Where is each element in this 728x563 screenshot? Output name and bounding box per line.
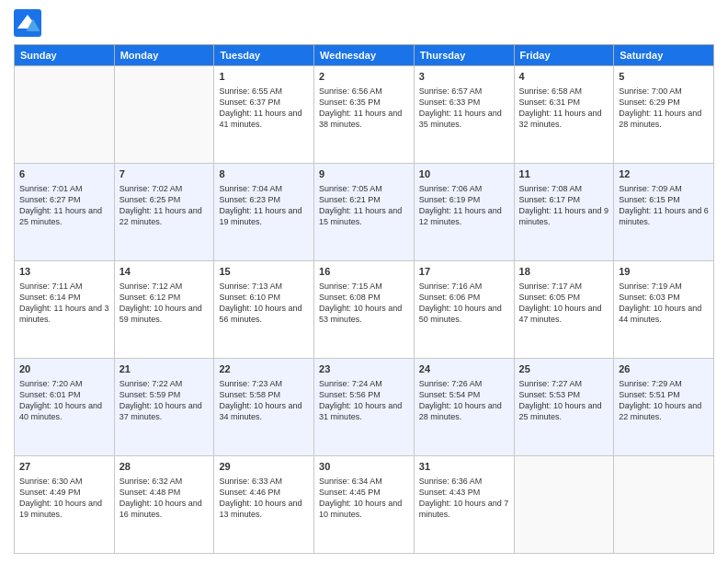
calendar-day-cell <box>114 66 214 164</box>
day-number: 31 <box>419 460 509 474</box>
calendar-day-cell: 11Sunrise: 7:08 AMSunset: 6:17 PMDayligh… <box>514 164 614 261</box>
calendar-day-cell: 12Sunrise: 7:09 AMSunset: 6:15 PMDayligh… <box>614 164 714 261</box>
day-number: 27 <box>19 460 109 474</box>
calendar-week-row: 20Sunrise: 7:20 AMSunset: 6:01 PMDayligh… <box>15 359 714 456</box>
calendar-day-cell: 25Sunrise: 7:27 AMSunset: 5:53 PMDayligh… <box>514 359 614 456</box>
calendar-week-row: 13Sunrise: 7:11 AMSunset: 6:14 PMDayligh… <box>15 261 714 359</box>
calendar-day-cell: 22Sunrise: 7:23 AMSunset: 5:58 PMDayligh… <box>214 359 314 456</box>
calendar-table: SundayMondayTuesdayWednesdayThursdayFrid… <box>14 44 714 554</box>
day-number: 12 <box>619 167 709 181</box>
weekday-header: Wednesday <box>314 45 415 66</box>
calendar-day-cell: 29Sunrise: 6:33 AMSunset: 4:46 PMDayligh… <box>214 456 314 554</box>
day-info: Sunrise: 7:04 AMSunset: 6:23 PMDaylight:… <box>219 183 309 228</box>
calendar-day-cell: 26Sunrise: 7:29 AMSunset: 5:51 PMDayligh… <box>614 359 714 456</box>
day-info: Sunrise: 7:12 AMSunset: 6:12 PMDaylight:… <box>119 281 210 326</box>
day-info: Sunrise: 6:56 AMSunset: 6:35 PMDaylight:… <box>319 86 409 131</box>
day-info: Sunrise: 6:30 AMSunset: 4:49 PMDaylight:… <box>19 476 109 521</box>
calendar-day-cell: 6Sunrise: 7:01 AMSunset: 6:27 PMDaylight… <box>15 164 115 261</box>
day-info: Sunrise: 7:08 AMSunset: 6:17 PMDaylight:… <box>519 183 609 228</box>
calendar-day-cell: 16Sunrise: 7:15 AMSunset: 6:08 PMDayligh… <box>314 261 415 359</box>
day-info: Sunrise: 6:36 AMSunset: 4:43 PMDaylight:… <box>419 476 509 521</box>
day-number: 16 <box>319 265 409 279</box>
day-info: Sunrise: 7:09 AMSunset: 6:15 PMDaylight:… <box>619 183 709 228</box>
day-number: 5 <box>619 70 709 84</box>
day-number: 24 <box>419 362 509 376</box>
day-info: Sunrise: 7:16 AMSunset: 6:06 PMDaylight:… <box>419 281 509 326</box>
logo-icon <box>14 9 41 37</box>
day-info: Sunrise: 7:26 AMSunset: 5:54 PMDaylight:… <box>419 378 509 423</box>
calendar-day-cell: 20Sunrise: 7:20 AMSunset: 6:01 PMDayligh… <box>15 359 115 456</box>
day-number: 28 <box>119 460 210 474</box>
day-info: Sunrise: 7:06 AMSunset: 6:19 PMDaylight:… <box>419 183 509 228</box>
calendar-day-cell: 8Sunrise: 7:04 AMSunset: 6:23 PMDaylight… <box>214 164 314 261</box>
calendar-day-cell: 7Sunrise: 7:02 AMSunset: 6:25 PMDaylight… <box>114 164 214 261</box>
day-number: 15 <box>219 265 309 279</box>
day-info: Sunrise: 7:05 AMSunset: 6:21 PMDaylight:… <box>319 183 409 228</box>
day-number: 8 <box>219 167 309 181</box>
calendar-day-cell: 13Sunrise: 7:11 AMSunset: 6:14 PMDayligh… <box>15 261 115 359</box>
weekday-header: Sunday <box>15 45 115 66</box>
weekday-header: Monday <box>114 45 214 66</box>
day-info: Sunrise: 6:34 AMSunset: 4:45 PMDaylight:… <box>319 476 409 521</box>
day-number: 30 <box>319 460 409 474</box>
day-info: Sunrise: 6:33 AMSunset: 4:46 PMDaylight:… <box>219 476 309 521</box>
weekday-header: Friday <box>514 45 614 66</box>
day-info: Sunrise: 7:02 AMSunset: 6:25 PMDaylight:… <box>119 183 210 228</box>
calendar-day-cell: 31Sunrise: 6:36 AMSunset: 4:43 PMDayligh… <box>414 456 514 554</box>
day-number: 25 <box>519 362 609 376</box>
day-info: Sunrise: 7:27 AMSunset: 5:53 PMDaylight:… <box>519 378 609 423</box>
calendar-day-cell: 27Sunrise: 6:30 AMSunset: 4:49 PMDayligh… <box>15 456 115 554</box>
calendar-day-cell <box>514 456 614 554</box>
day-number: 3 <box>419 70 509 84</box>
calendar-day-cell: 28Sunrise: 6:32 AMSunset: 4:48 PMDayligh… <box>114 456 214 554</box>
day-info: Sunrise: 7:24 AMSunset: 5:56 PMDaylight:… <box>319 378 409 423</box>
calendar-day-cell <box>614 456 714 554</box>
day-number: 10 <box>419 167 509 181</box>
day-number: 1 <box>219 70 309 84</box>
calendar-day-cell: 23Sunrise: 7:24 AMSunset: 5:56 PMDayligh… <box>314 359 415 456</box>
day-info: Sunrise: 7:00 AMSunset: 6:29 PMDaylight:… <box>619 86 709 131</box>
day-info: Sunrise: 7:13 AMSunset: 6:10 PMDaylight:… <box>219 281 309 326</box>
calendar-day-cell: 24Sunrise: 7:26 AMSunset: 5:54 PMDayligh… <box>414 359 514 456</box>
day-info: Sunrise: 7:20 AMSunset: 6:01 PMDaylight:… <box>19 378 109 423</box>
calendar-day-cell: 15Sunrise: 7:13 AMSunset: 6:10 PMDayligh… <box>214 261 314 359</box>
calendar-day-cell: 10Sunrise: 7:06 AMSunset: 6:19 PMDayligh… <box>414 164 514 261</box>
calendar-day-cell: 5Sunrise: 7:00 AMSunset: 6:29 PMDaylight… <box>614 66 714 164</box>
day-info: Sunrise: 6:55 AMSunset: 6:37 PMDaylight:… <box>219 86 309 131</box>
header <box>14 9 714 37</box>
day-number: 13 <box>19 265 109 279</box>
calendar-header-row: SundayMondayTuesdayWednesdayThursdayFrid… <box>15 45 714 66</box>
day-number: 7 <box>119 167 210 181</box>
day-number: 2 <box>319 70 409 84</box>
day-info: Sunrise: 7:22 AMSunset: 5:59 PMDaylight:… <box>119 378 210 423</box>
day-info: Sunrise: 6:58 AMSunset: 6:31 PMDaylight:… <box>519 86 609 131</box>
logo <box>14 9 45 37</box>
day-number: 6 <box>19 167 109 181</box>
day-info: Sunrise: 7:01 AMSunset: 6:27 PMDaylight:… <box>19 183 109 228</box>
calendar-day-cell: 30Sunrise: 6:34 AMSunset: 4:45 PMDayligh… <box>314 456 415 554</box>
calendar-day-cell: 18Sunrise: 7:17 AMSunset: 6:05 PMDayligh… <box>514 261 614 359</box>
day-number: 22 <box>219 362 309 376</box>
calendar-day-cell: 14Sunrise: 7:12 AMSunset: 6:12 PMDayligh… <box>114 261 214 359</box>
weekday-header: Tuesday <box>214 45 314 66</box>
day-info: Sunrise: 7:29 AMSunset: 5:51 PMDaylight:… <box>619 378 709 423</box>
day-number: 4 <box>519 70 609 84</box>
day-info: Sunrise: 7:15 AMSunset: 6:08 PMDaylight:… <box>319 281 409 326</box>
day-info: Sunrise: 6:57 AMSunset: 6:33 PMDaylight:… <box>419 86 509 131</box>
day-number: 21 <box>119 362 210 376</box>
calendar-day-cell: 3Sunrise: 6:57 AMSunset: 6:33 PMDaylight… <box>414 66 514 164</box>
day-number: 19 <box>619 265 709 279</box>
calendar-day-cell: 2Sunrise: 6:56 AMSunset: 6:35 PMDaylight… <box>314 66 415 164</box>
day-info: Sunrise: 7:23 AMSunset: 5:58 PMDaylight:… <box>219 378 309 423</box>
day-number: 17 <box>419 265 509 279</box>
page: SundayMondayTuesdayWednesdayThursdayFrid… <box>0 0 728 563</box>
calendar-week-row: 27Sunrise: 6:30 AMSunset: 4:49 PMDayligh… <box>15 456 714 554</box>
day-number: 29 <box>219 460 309 474</box>
calendar-week-row: 6Sunrise: 7:01 AMSunset: 6:27 PMDaylight… <box>15 164 714 261</box>
calendar-day-cell <box>15 66 115 164</box>
calendar-day-cell: 17Sunrise: 7:16 AMSunset: 6:06 PMDayligh… <box>414 261 514 359</box>
weekday-header: Saturday <box>614 45 714 66</box>
weekday-header: Thursday <box>414 45 514 66</box>
calendar-day-cell: 21Sunrise: 7:22 AMSunset: 5:59 PMDayligh… <box>114 359 214 456</box>
calendar-day-cell: 4Sunrise: 6:58 AMSunset: 6:31 PMDaylight… <box>514 66 614 164</box>
